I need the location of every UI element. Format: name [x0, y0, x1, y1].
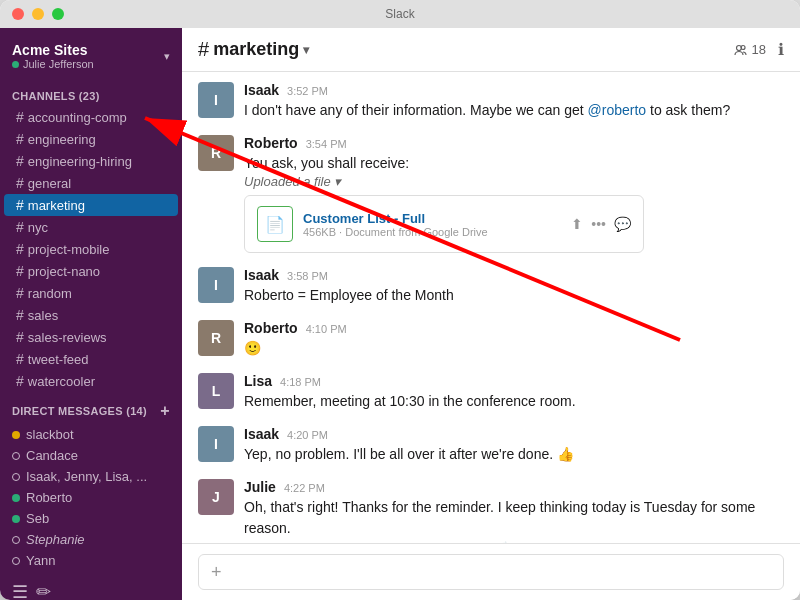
channel-general[interactable]: # general [4, 172, 178, 194]
channel-project-mobile[interactable]: # project-mobile [4, 238, 178, 260]
hash-icon: # [16, 175, 24, 191]
uploaded-file-text: Uploaded a file ▾ [244, 174, 784, 189]
hash-icon: # [16, 329, 24, 345]
dm-name: Seb [26, 511, 49, 526]
message-header: Roberto 3:54 PM [244, 135, 784, 151]
message-group: R Roberto 4:10 PM 🙂 [198, 320, 784, 359]
message-time: 4:10 PM [306, 323, 347, 335]
message-header: Lisa 4:18 PM [244, 373, 784, 389]
message-header: Isaak 3:58 PM [244, 267, 784, 283]
sidebar: Acme Sites Julie Jefferson ▾ CHANNELS (2… [0, 28, 182, 600]
avatar: L [198, 373, 234, 409]
channel-name: watercooler [28, 374, 95, 389]
stephanie-status-dot [12, 536, 20, 544]
message-time: 4:22 PM [284, 482, 325, 494]
message-text: Oh, that's right! Thanks for the reminde… [244, 497, 784, 539]
dm-seb[interactable]: Seb [0, 508, 182, 529]
dm-slackbot[interactable]: slackbot [0, 424, 182, 445]
close-button[interactable] [12, 8, 24, 20]
app-body: Acme Sites Julie Jefferson ▾ CHANNELS (2… [0, 28, 800, 600]
message-text: 🙂 [244, 338, 784, 359]
hash-icon: # [16, 197, 24, 213]
file-name[interactable]: Customer List - Full [303, 211, 561, 226]
channel-watercooler[interactable]: # watercooler [4, 370, 178, 392]
message-group: J Julie 4:22 PM Oh, that's right! Thanks… [198, 479, 784, 543]
info-icon[interactable]: ℹ [778, 40, 784, 59]
message-group: L Lisa 4:18 PM Remember, meeting at 10:3… [198, 373, 784, 412]
channel-name: project-nano [28, 264, 100, 279]
message-content: Isaak 4:20 PM Yep, no problem. I'll be a… [244, 426, 784, 465]
messages-area[interactable]: I Isaak 3:52 PM I don't have any of thei… [182, 72, 800, 543]
minimize-button[interactable] [32, 8, 44, 20]
main-content: # marketing ▾ 18 ℹ [182, 28, 800, 600]
avatar: I [198, 82, 234, 118]
message-text: Remember, meeting at 10:30 in the confer… [244, 391, 784, 412]
svg-point-1 [741, 45, 745, 49]
channel-name: random [28, 286, 72, 301]
menu-icon[interactable]: ☰ [12, 581, 28, 600]
yann-status-dot [12, 557, 20, 565]
channel-hash: # [198, 38, 209, 61]
channel-dropdown-icon[interactable]: ▾ [303, 43, 309, 57]
message-content: Isaak 3:52 PM I don't have any of their … [244, 82, 784, 121]
file-type-icon: 📄 [257, 206, 293, 242]
add-dm-icon[interactable]: + [160, 402, 170, 420]
channel-accounting-comp[interactable]: # accounting-comp [4, 106, 178, 128]
hash-icon: # [16, 109, 24, 125]
hash-icon: # [16, 285, 24, 301]
channel-name: tweet-feed [28, 352, 89, 367]
dm-candace[interactable]: Candace [0, 445, 182, 466]
workspace-info: Acme Sites Julie Jefferson [12, 42, 94, 70]
more-icon[interactable]: ••• [591, 216, 606, 232]
add-content-icon[interactable]: + [211, 562, 222, 583]
comment-icon[interactable]: 💬 [614, 216, 631, 232]
workspace-name[interactable]: Acme Sites [12, 42, 94, 58]
dm-name: Stephanie [26, 532, 85, 547]
download-icon[interactable]: ⬆ [571, 216, 583, 232]
dm-stephanie[interactable]: Stephanie [0, 529, 182, 550]
group-status-dot [12, 473, 20, 481]
dm-roberto[interactable]: Roberto [0, 487, 182, 508]
channel-name: sales-reviews [28, 330, 107, 345]
message-group: I Isaak 4:20 PM Yep, no problem. I'll be… [198, 426, 784, 465]
workspace-chevron-icon[interactable]: ▾ [164, 50, 170, 63]
avatar: I [198, 267, 234, 303]
avatar: J [198, 479, 234, 515]
channel-nyc[interactable]: # nyc [4, 216, 178, 238]
channel-engineering[interactable]: # engineering [4, 128, 178, 150]
workspace-user: Julie Jefferson [12, 58, 94, 70]
channel-tweet-feed[interactable]: # tweet-feed [4, 348, 178, 370]
channel-name: nyc [28, 220, 48, 235]
channel-name: sales [28, 308, 58, 323]
dm-yann[interactable]: Yann [0, 550, 182, 571]
header-actions: 18 ℹ [734, 40, 784, 59]
message-time: 4:18 PM [280, 376, 321, 388]
sidebar-footer: ☰ ✏ [0, 571, 182, 600]
dm-section-label: DIRECT MESSAGES (14) + [0, 392, 182, 424]
channel-name-label: marketing [213, 39, 299, 60]
message-text: I don't have any of their information. M… [244, 100, 784, 121]
member-count-number: 18 [752, 42, 766, 57]
user-name: Julie Jefferson [23, 58, 94, 70]
channel-sales-reviews[interactable]: # sales-reviews [4, 326, 178, 348]
hash-icon: # [16, 263, 24, 279]
dm-group[interactable]: Isaak, Jenny, Lisa, ... [0, 466, 182, 487]
sender-name: Julie [244, 479, 276, 495]
app-window: Slack Acme Sites Julie Jefferson ▾ CHANN… [0, 0, 800, 600]
seb-status-dot [12, 515, 20, 523]
message-time: 4:20 PM [287, 429, 328, 441]
message-input-box[interactable]: + [198, 554, 784, 590]
user-online-dot [12, 61, 19, 68]
compose-icon[interactable]: ✏ [36, 581, 51, 600]
avatar: R [198, 135, 234, 171]
hash-icon: # [16, 373, 24, 389]
maximize-button[interactable] [52, 8, 64, 20]
channel-engineering-hiring[interactable]: # engineering-hiring [4, 150, 178, 172]
member-count[interactable]: 18 [734, 42, 766, 57]
channel-random[interactable]: # random [4, 282, 178, 304]
sender-name: Isaak [244, 426, 279, 442]
channel-project-nano[interactable]: # project-nano [4, 260, 178, 282]
message-text: Yep, no problem. I'll be all over it aft… [244, 444, 784, 465]
channel-marketing[interactable]: # marketing [4, 194, 178, 216]
channel-sales[interactable]: # sales [4, 304, 178, 326]
